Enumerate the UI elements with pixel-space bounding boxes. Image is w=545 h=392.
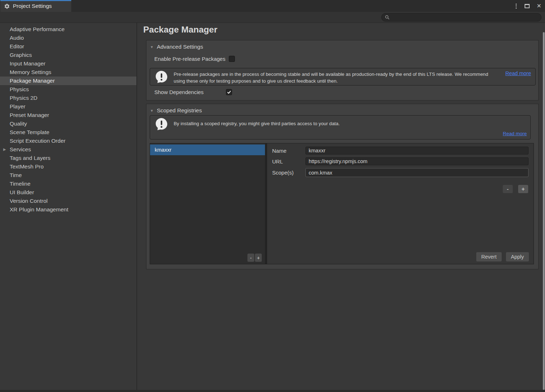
sidebar-item-time[interactable]: Time <box>0 171 136 180</box>
sidebar-item-player[interactable]: Player <box>0 102 136 111</box>
enable-prerelease-label: Enable Pre-release Packages <box>154 56 225 62</box>
registry-list: kmaxxr - + <box>150 143 265 264</box>
registry-form: Name URL Scope(s) - + Revert Apply <box>267 143 534 264</box>
sidebar-item-version-control[interactable]: Version Control <box>0 197 136 205</box>
tab-title: Project Settings <box>13 3 52 9</box>
maximize-icon[interactable] <box>525 4 530 8</box>
triangle-down-icon: ▼ <box>150 109 154 113</box>
tab-project-settings[interactable]: Project Settings <box>0 0 71 12</box>
scoped-registry-info-text: By installing a scoped registry, you mig… <box>174 120 507 127</box>
sidebar-item-services[interactable]: ▶Services <box>0 145 136 154</box>
scoped-registries-foldout[interactable]: ▼ Scoped Registries <box>146 104 538 114</box>
title-bar: Project Settings ✕ <box>0 0 545 12</box>
advanced-settings-section: ▼ Advanced Settings Enable Pre-release P… <box>146 40 539 101</box>
sidebar-item-ui-builder[interactable]: UI Builder <box>0 188 136 197</box>
sidebar-item-physics[interactable]: Physics <box>0 85 136 94</box>
sidebar-item-preset-manager[interactable]: Preset Manager <box>0 111 136 119</box>
scopes-label: Scope(s) <box>272 170 305 176</box>
scoped-registry-info-box: By installing a scoped registry, you mig… <box>150 115 531 139</box>
show-dependencies-label: Show Dependencies <box>154 89 226 95</box>
tab-active-accent <box>0 0 71 1</box>
sidebar-item-physics-2d[interactable]: Physics 2D <box>0 94 136 102</box>
sidebar-item-scene-template[interactable]: Scene Template <box>0 128 136 137</box>
package-manager-settings-panel: Package Manager ▼ Advanced Settings Enab… <box>137 23 545 390</box>
prerelease-info-box: Pre-release packages are in the process … <box>150 68 536 85</box>
window-menu-icon[interactable] <box>515 3 517 9</box>
toolbar <box>0 12 545 23</box>
info-icon <box>155 70 168 84</box>
gear-icon <box>4 3 10 9</box>
sidebar-item-adaptive-performance[interactable]: Adaptive Performance <box>0 25 136 34</box>
settings-category-list: Adaptive Performance Audio Editor Graphi… <box>0 23 136 390</box>
sidebar-item-editor[interactable]: Editor <box>0 42 136 51</box>
scoped-registries-section: ▼ Scoped Registries By installing a scop… <box>146 104 539 269</box>
section-header-label: Advanced Settings <box>157 44 203 50</box>
name-field[interactable] <box>305 147 529 155</box>
revert-button[interactable]: Revert <box>476 252 502 261</box>
info-icon <box>155 117 168 131</box>
close-icon[interactable]: ✕ <box>537 3 541 9</box>
triangle-right-icon[interactable]: ▶ <box>3 145 6 154</box>
sidebar-item-timeline[interactable]: Timeline <box>0 180 136 188</box>
section-header-label: Scoped Registries <box>157 107 202 114</box>
sidebar-item-input-manager[interactable]: Input Manager <box>0 59 136 68</box>
sidebar-item-package-manager[interactable]: Package Manager <box>0 77 136 85</box>
scope-remove-button[interactable]: - <box>503 185 513 193</box>
enable-prerelease-checkbox[interactable] <box>229 56 235 62</box>
sidebar-item-memory-settings[interactable]: Memory Settings <box>0 68 136 77</box>
url-label: URL <box>272 158 305 165</box>
checkmark-icon <box>227 90 231 94</box>
sidebar-item-textmesh-pro[interactable]: TextMesh Pro <box>0 162 136 171</box>
sidebar-item-quality[interactable]: Quality <box>0 119 136 128</box>
search-box[interactable] <box>381 13 541 21</box>
registry-add-button[interactable]: + <box>255 254 262 262</box>
sidebar-item-xr-plugin-management[interactable]: XR Plugin Management <box>0 205 136 214</box>
vertical-scrollbar[interactable] <box>543 32 545 390</box>
page-title: Package Manager <box>143 25 217 35</box>
search-input[interactable] <box>392 15 538 20</box>
show-dependencies-checkbox[interactable] <box>226 89 232 95</box>
sidebar-item-script-execution-order[interactable]: Script Execution Order <box>0 137 136 145</box>
scope-add-button[interactable]: + <box>518 185 528 193</box>
read-more-link[interactable]: Read more <box>503 131 527 136</box>
prerelease-info-text: Pre-release packages are in the process … <box>174 71 492 84</box>
search-icon <box>385 15 390 20</box>
window-bottom-edge <box>0 390 545 392</box>
apply-button[interactable]: Apply <box>506 252 529 261</box>
registry-list-item[interactable]: kmaxxr <box>150 144 265 155</box>
advanced-settings-foldout[interactable]: ▼ Advanced Settings <box>146 40 538 50</box>
read-more-link[interactable]: Read more <box>505 70 531 76</box>
url-field[interactable] <box>305 157 529 165</box>
registry-remove-button[interactable]: - <box>247 254 254 262</box>
sidebar-item-label: Services <box>10 146 31 152</box>
sidebar-item-audio[interactable]: Audio <box>0 34 136 42</box>
sidebar-item-tags-and-layers[interactable]: Tags and Layers <box>0 154 136 162</box>
triangle-down-icon: ▼ <box>150 45 154 49</box>
registry-editor: kmaxxr - + Name URL Scope(s) <box>150 143 534 264</box>
scopes-field[interactable] <box>305 168 529 177</box>
sidebar-item-graphics[interactable]: Graphics <box>0 51 136 59</box>
name-label: Name <box>272 148 305 154</box>
